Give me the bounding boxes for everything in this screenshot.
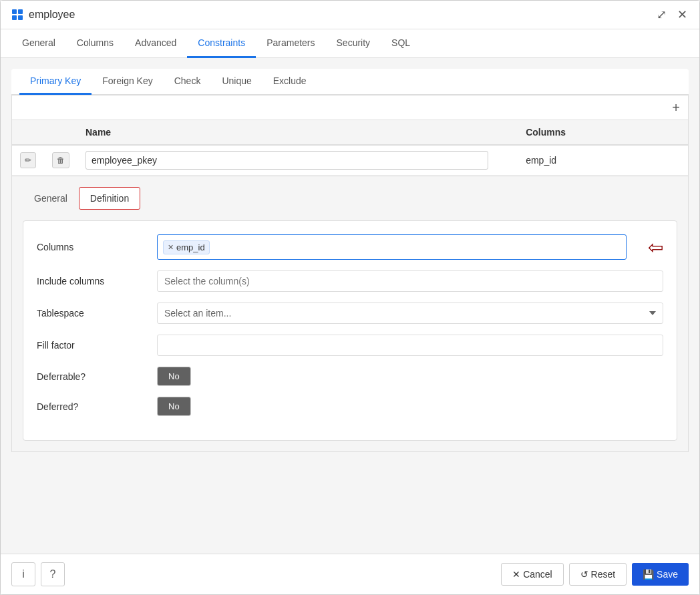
tab-columns[interactable]: Columns: [66, 29, 124, 58]
columns-form-row: Columns ✕ emp_id ⇦: [37, 234, 663, 260]
sub-tab-primary-key[interactable]: Primary Key: [19, 69, 92, 95]
add-constraint-button[interactable]: +: [672, 101, 680, 114]
save-button[interactable]: 💾 Save: [632, 563, 689, 586]
sub-tab-exclude[interactable]: Exclude: [262, 69, 317, 95]
tab-security[interactable]: Security: [326, 29, 381, 58]
cancel-button[interactable]: ✕ Cancel: [501, 563, 563, 586]
reset-button[interactable]: ↺ Reset: [569, 563, 627, 586]
col-delete-header: [44, 120, 77, 145]
columns-tag-input[interactable]: ✕ emp_id: [157, 234, 627, 260]
footer-right: ✕ Cancel ↺ Reset 💾 Save: [501, 563, 689, 586]
detail-tab-general[interactable]: General: [23, 187, 79, 210]
dialog-header: employee ⤢ ✕: [1, 1, 699, 29]
tab-sql[interactable]: SQL: [381, 29, 421, 58]
fill-factor-label: Fill factor: [37, 340, 157, 351]
deferred-form-row: Deferred? No: [37, 397, 663, 416]
dialog-window: employee ⤢ ✕ General Columns Advanced Co…: [0, 0, 700, 595]
include-columns-form-row: Include columns: [37, 270, 663, 292]
svg-rect-1: [18, 9, 23, 14]
dialog-footer: i ? ✕ Cancel ↺ Reset 💾 Save: [1, 554, 699, 594]
info-button[interactable]: i: [11, 562, 35, 586]
row-columns-cell: emp_id: [518, 145, 688, 176]
col-columns-header: Columns: [518, 120, 688, 145]
columns-label: Columns: [37, 242, 157, 252]
deferrable-form-row: Deferrable? No: [37, 367, 663, 386]
detail-panel: General Definition Columns ✕ emp_id: [11, 176, 689, 452]
arrow-left-icon: ⇦: [648, 236, 663, 258]
tag-remove-button[interactable]: ✕: [168, 243, 174, 252]
deferred-field: No: [157, 397, 663, 416]
include-columns-field: [157, 270, 663, 292]
dialog-title-area: employee: [11, 9, 75, 21]
maximize-button[interactable]: ⤢: [655, 7, 668, 22]
deferrable-label: Deferrable?: [37, 371, 157, 382]
tag-label: emp_id: [176, 242, 205, 252]
svg-rect-0: [12, 9, 17, 14]
sub-tabs: Primary Key Foreign Key Check Unique Exc…: [11, 69, 689, 95]
fill-factor-input[interactable]: [157, 335, 663, 356]
svg-rect-3: [18, 15, 23, 20]
emp-id-tag: ✕ emp_id: [163, 240, 210, 254]
row-delete-cell: 🗑: [44, 145, 77, 176]
deferrable-no-button[interactable]: No: [158, 367, 190, 385]
fill-factor-form-row: Fill factor: [37, 335, 663, 356]
detail-tabs: General Definition: [23, 187, 677, 210]
delete-row-button[interactable]: 🗑: [52, 152, 69, 168]
content-area: Primary Key Foreign Key Check Unique Exc…: [1, 58, 699, 554]
detail-form: Columns ✕ emp_id ⇦ Include columns: [23, 220, 677, 441]
close-button[interactable]: ✕: [676, 7, 689, 22]
constraints-table: Name Columns ✏ 🗑: [12, 120, 688, 176]
db-icon: [11, 9, 23, 21]
table-row: ✏ 🗑 emp_id: [12, 145, 688, 176]
sub-tab-foreign-key[interactable]: Foreign Key: [92, 69, 163, 95]
tablespace-form-row: Tablespace Select an item...: [37, 303, 663, 324]
dialog-header-actions: ⤢ ✕: [655, 7, 689, 22]
svg-rect-2: [12, 15, 17, 20]
tablespace-label: Tablespace: [37, 308, 157, 319]
col-name-header: Name: [77, 120, 518, 145]
deferred-toggle: No: [157, 397, 191, 416]
row-edit-cell: ✏: [12, 145, 44, 176]
deferrable-field: No: [157, 367, 663, 386]
col-edit-header: [12, 120, 44, 145]
sub-tab-unique[interactable]: Unique: [211, 69, 262, 95]
deferred-label: Deferred?: [37, 401, 157, 412]
tab-parameters[interactable]: Parameters: [256, 29, 325, 58]
tablespace-select[interactable]: Select an item...: [157, 303, 663, 324]
deferrable-toggle: No: [157, 367, 191, 386]
columns-field: ✕ emp_id ⇦: [157, 234, 663, 260]
include-columns-input[interactable]: [157, 270, 663, 292]
nav-tabs: General Columns Advanced Constraints Par…: [1, 29, 699, 58]
footer-left: i ?: [11, 562, 65, 586]
constraints-table-container: + Name Columns ✏: [11, 95, 689, 176]
include-columns-label: Include columns: [37, 276, 157, 286]
tablespace-field: Select an item...: [157, 303, 663, 324]
tab-constraints[interactable]: Constraints: [187, 29, 256, 58]
edit-row-button[interactable]: ✏: [20, 152, 36, 168]
row-name-input[interactable]: [85, 151, 488, 170]
help-button[interactable]: ?: [41, 562, 65, 586]
table-header-row: Name Columns: [12, 120, 688, 145]
detail-tab-definition[interactable]: Definition: [79, 187, 140, 210]
deferred-no-button[interactable]: No: [158, 397, 190, 415]
fill-factor-field: [157, 335, 663, 356]
row-name-cell: [77, 145, 518, 176]
tab-general[interactable]: General: [11, 29, 66, 58]
dialog-title: employee: [29, 9, 75, 21]
sub-tab-check[interactable]: Check: [164, 69, 212, 95]
tab-advanced[interactable]: Advanced: [124, 29, 187, 58]
table-toolbar: +: [12, 95, 688, 120]
